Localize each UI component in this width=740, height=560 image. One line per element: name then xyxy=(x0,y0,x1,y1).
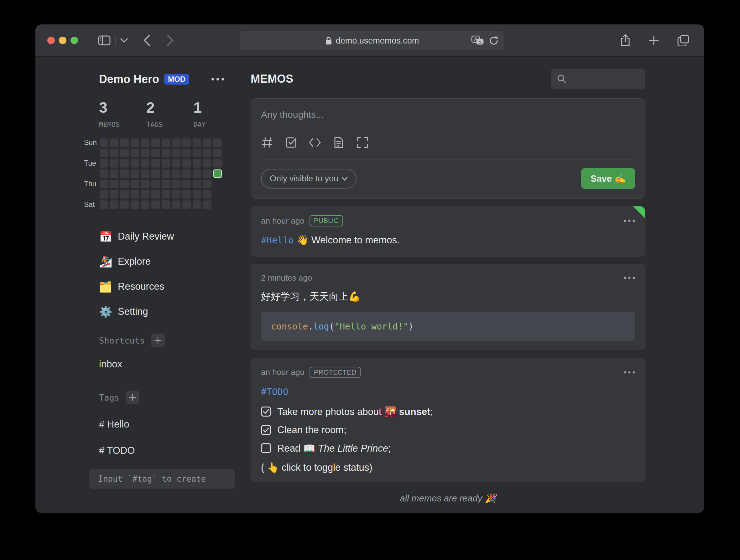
hashtag-icon[interactable] xyxy=(261,136,274,149)
heatmap-cell[interactable] xyxy=(141,149,150,157)
heatmap-cell[interactable] xyxy=(100,149,108,157)
tag-create-input[interactable] xyxy=(89,469,235,489)
heatmap-cell[interactable] xyxy=(141,170,150,178)
share-icon[interactable] xyxy=(620,34,630,47)
heatmap-cell[interactable] xyxy=(110,138,118,147)
heatmap-cell[interactable] xyxy=(131,159,139,168)
search-input[interactable] xyxy=(570,74,675,84)
heatmap-cell[interactable] xyxy=(172,190,180,199)
heatmap-cell[interactable] xyxy=(172,200,180,209)
checkbox-checked-icon[interactable] xyxy=(261,425,271,435)
heatmap-cell[interactable] xyxy=(193,159,201,168)
memo-tag-link[interactable]: #Hello xyxy=(261,235,294,246)
heatmap-cell[interactable] xyxy=(100,170,108,178)
shortcut-item-inbox[interactable]: inbox xyxy=(99,357,241,371)
heatmap-cell[interactable] xyxy=(162,190,170,199)
heatmap-cell[interactable] xyxy=(213,170,222,178)
zoom-window-button[interactable] xyxy=(71,37,78,44)
save-button[interactable]: Save ✍️ xyxy=(581,168,635,189)
heatmap-cell[interactable] xyxy=(131,180,139,188)
checkbox-icon[interactable] xyxy=(285,136,297,149)
fullscreen-icon[interactable] xyxy=(356,136,369,149)
tab-overview-icon[interactable] xyxy=(677,34,689,47)
heatmap-cell[interactable] xyxy=(151,170,160,178)
heatmap-cell[interactable] xyxy=(203,138,211,147)
heatmap-cell[interactable] xyxy=(193,180,201,188)
sidebar-item-daily-review[interactable]: 📅 Daily Review xyxy=(99,224,241,249)
tag-item-todo[interactable]: # TODO xyxy=(99,444,241,458)
heatmap-cell[interactable] xyxy=(100,159,108,168)
memo-tag-link[interactable]: #TODO xyxy=(261,386,288,397)
heatmap-cell[interactable] xyxy=(151,159,160,168)
heatmap-cell[interactable] xyxy=(193,190,201,199)
code-brackets-icon[interactable] xyxy=(308,136,321,149)
heatmap-cell[interactable] xyxy=(213,180,222,188)
minimize-window-button[interactable] xyxy=(59,37,67,44)
search-box[interactable] xyxy=(551,69,645,89)
heatmap-cell[interactable] xyxy=(131,138,139,147)
new-tab-icon[interactable] xyxy=(649,34,659,47)
heatmap-cell[interactable] xyxy=(120,159,129,168)
heatmap-cell[interactable] xyxy=(213,190,222,199)
heatmap-cell[interactable] xyxy=(131,190,139,199)
translate-icon[interactable]: A 文 xyxy=(471,35,484,46)
heatmap-cell[interactable] xyxy=(151,149,160,157)
heatmap-cell[interactable] xyxy=(141,190,150,199)
visibility-select[interactable]: Only visible to you xyxy=(261,169,357,189)
heatmap-cell[interactable] xyxy=(193,200,201,209)
user-menu-ellipsis-icon[interactable] xyxy=(211,78,224,81)
heatmap-cell[interactable] xyxy=(120,180,129,188)
heatmap-cell[interactable] xyxy=(203,190,211,199)
heatmap-cell[interactable] xyxy=(131,200,139,209)
heatmap-cell[interactable] xyxy=(110,170,118,178)
heatmap-cell[interactable] xyxy=(182,159,191,168)
heatmap-cell[interactable] xyxy=(110,200,118,209)
sidebar-item-explore[interactable]: 🏂 Explore xyxy=(99,249,241,274)
heatmap-cell[interactable] xyxy=(131,149,139,157)
add-shortcut-button[interactable] xyxy=(151,334,165,347)
heatmap-cell[interactable] xyxy=(203,200,211,209)
heatmap-cell[interactable] xyxy=(100,138,108,147)
heatmap-cell[interactable] xyxy=(172,159,180,168)
back-icon[interactable] xyxy=(143,34,151,46)
heatmap-cell[interactable] xyxy=(141,200,150,209)
heatmap-cell[interactable] xyxy=(162,200,170,209)
heatmap-cell[interactable] xyxy=(141,138,150,147)
heatmap-cell[interactable] xyxy=(172,149,180,157)
heatmap-cell[interactable] xyxy=(141,159,150,168)
heatmap-cell[interactable] xyxy=(162,170,170,178)
heatmap-cell[interactable] xyxy=(213,149,222,157)
heatmap-cell[interactable] xyxy=(151,138,160,147)
heatmap-cell[interactable] xyxy=(100,190,108,199)
heatmap-cell[interactable] xyxy=(182,190,191,199)
reload-icon[interactable] xyxy=(489,36,499,46)
sidebar-item-setting[interactable]: ⚙️ Setting xyxy=(99,299,241,324)
heatmap-cell[interactable] xyxy=(213,138,222,147)
heatmap-cell[interactable] xyxy=(172,180,180,188)
chevron-down-icon[interactable] xyxy=(120,38,128,43)
heatmap-cell[interactable] xyxy=(100,180,108,188)
heatmap-cell[interactable] xyxy=(141,180,150,188)
heatmap-cell[interactable] xyxy=(172,170,180,178)
sidebar-toggle-icon[interactable] xyxy=(98,35,111,45)
heatmap-cell[interactable] xyxy=(203,149,211,157)
heatmap-cell[interactable] xyxy=(100,200,108,209)
memo-menu-ellipsis-icon[interactable] xyxy=(624,371,635,374)
heatmap-cell[interactable] xyxy=(110,180,118,188)
checkbox-checked-icon[interactable] xyxy=(261,406,271,416)
memo-menu-ellipsis-icon[interactable] xyxy=(624,277,635,279)
memo-menu-ellipsis-icon[interactable] xyxy=(624,219,635,222)
heatmap-cell[interactable] xyxy=(203,170,211,178)
memo-editor-input[interactable] xyxy=(261,109,635,124)
close-window-button[interactable] xyxy=(47,37,55,44)
heatmap-cell[interactable] xyxy=(120,200,129,209)
heatmap-cell[interactable] xyxy=(120,138,129,147)
heatmap-cell[interactable] xyxy=(213,159,222,168)
address-bar[interactable]: demo.usememos.com A 文 xyxy=(240,31,504,50)
forward-icon[interactable] xyxy=(166,34,174,46)
add-tag-button[interactable] xyxy=(126,390,140,404)
heatmap-cell[interactable] xyxy=(151,190,160,199)
heatmap-cell[interactable] xyxy=(203,159,211,168)
document-icon[interactable] xyxy=(333,136,345,149)
heatmap-cell[interactable] xyxy=(151,180,160,188)
